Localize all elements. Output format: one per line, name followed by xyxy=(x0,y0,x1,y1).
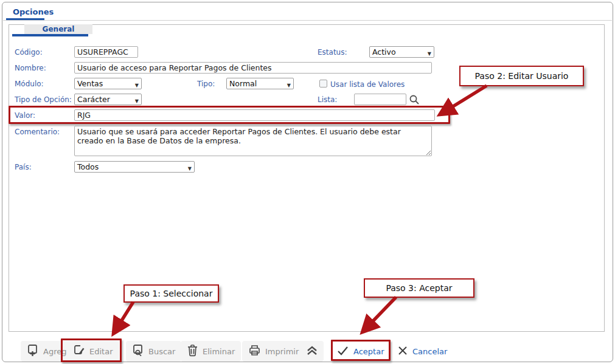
close-icon xyxy=(398,346,408,357)
tab-general-underline xyxy=(12,34,88,36)
search-record-icon xyxy=(132,344,144,359)
cancelar-label: Cancelar xyxy=(412,347,447,356)
pais-label: País: xyxy=(15,163,32,171)
chevron-down-icon: ▼ xyxy=(135,81,139,91)
lista-label: Lista: xyxy=(318,95,337,104)
estatus-select[interactable]: Activo ▼ xyxy=(369,46,434,58)
callout-paso-1: Paso 1: Seleccionar xyxy=(123,284,219,303)
tipo-select[interactable]: Normal ▼ xyxy=(226,78,294,89)
pais-select[interactable]: Todos ▼ xyxy=(74,161,195,173)
page-title: Opciones xyxy=(13,7,54,16)
cancelar-button[interactable]: Cancelar xyxy=(398,343,447,360)
trash-icon xyxy=(187,344,198,359)
estatus-selected-value: Activo xyxy=(372,47,396,57)
tipo-opcion-select[interactable]: Carácter ▼ xyxy=(74,94,142,105)
tipo-label: Tipo: xyxy=(197,80,215,88)
buscar-label: Buscar xyxy=(148,347,175,356)
pais-selected-value: Todos xyxy=(77,162,99,171)
chevron-down-icon: ▼ xyxy=(428,49,431,59)
eliminar-button[interactable]: Eliminar xyxy=(181,341,241,362)
callout-paso-3: Paso 3: Aceptar xyxy=(364,278,474,298)
comentario-field[interactable] xyxy=(74,126,432,156)
tipo-opcion-selected-value: Carácter xyxy=(77,95,110,104)
collapse-toolbar-icon[interactable] xyxy=(305,345,319,359)
chevron-down-icon: ▼ xyxy=(135,97,139,106)
imprimir-label: Imprimir xyxy=(265,347,299,356)
comentario-label: Comentario: xyxy=(15,128,60,136)
codigo-label: Código: xyxy=(15,48,43,57)
estatus-label: Estatus: xyxy=(318,48,347,57)
callout-paso-2: Paso 2: Editar Usuario xyxy=(459,66,584,86)
add-record-icon xyxy=(27,344,39,359)
usar-lista-label: Usar lista de Valores xyxy=(330,80,405,89)
editar-highlight-box xyxy=(61,338,122,362)
valor-highlight-box xyxy=(9,106,450,124)
usar-lista-checkbox[interactable] xyxy=(319,80,327,88)
tipo-opcion-label: Tipo de Opción: xyxy=(15,95,72,104)
modulo-selected-value: Ventas xyxy=(77,79,103,88)
lista-field[interactable] xyxy=(354,94,406,105)
modulo-label: Módulo: xyxy=(15,80,44,88)
codigo-field[interactable] xyxy=(74,46,138,58)
modulo-select[interactable]: Ventas ▼ xyxy=(74,78,142,89)
nombre-field[interactable] xyxy=(74,62,432,74)
options-window: Opciones General Código: Estatus: Activo… xyxy=(2,2,613,362)
chevron-down-icon: ▼ xyxy=(287,81,291,91)
printer-icon xyxy=(248,344,261,359)
imprimir-button[interactable]: Imprimir xyxy=(242,341,324,362)
eliminar-label: Eliminar xyxy=(203,347,235,356)
nombre-label: Nombre: xyxy=(15,64,46,72)
header-divider xyxy=(3,20,612,21)
buscar-button[interactable]: Buscar xyxy=(126,341,181,362)
aceptar-highlight-box xyxy=(331,340,391,361)
tab-general[interactable]: General xyxy=(24,24,92,34)
chevron-down-icon: ▼ xyxy=(188,164,192,174)
tipo-selected-value: Normal xyxy=(229,79,257,88)
